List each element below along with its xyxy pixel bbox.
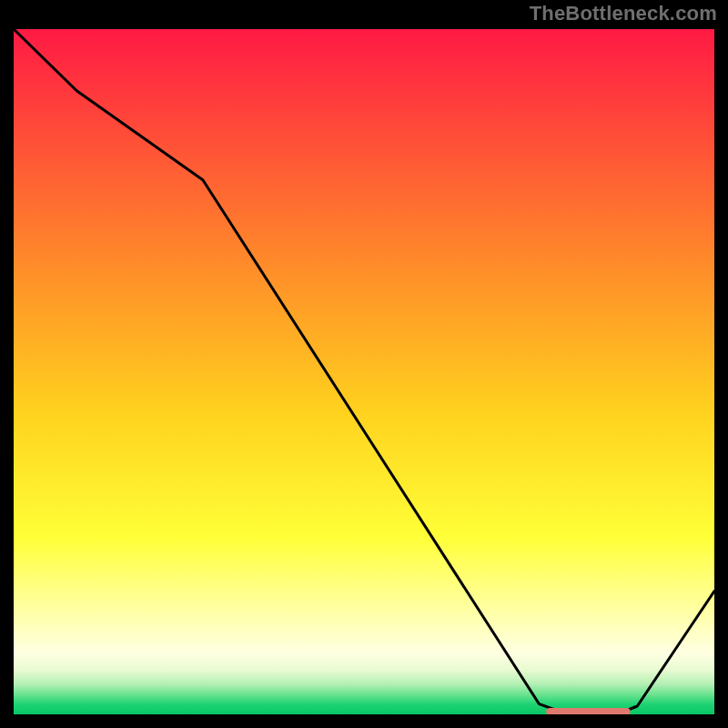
chart-background (14, 29, 714, 714)
watermark-text: TheBottleneck.com (530, 2, 717, 25)
optimal-marker (546, 708, 630, 714)
chart-plot (14, 29, 714, 714)
chart-container: TheBottleneck.com (0, 0, 728, 728)
